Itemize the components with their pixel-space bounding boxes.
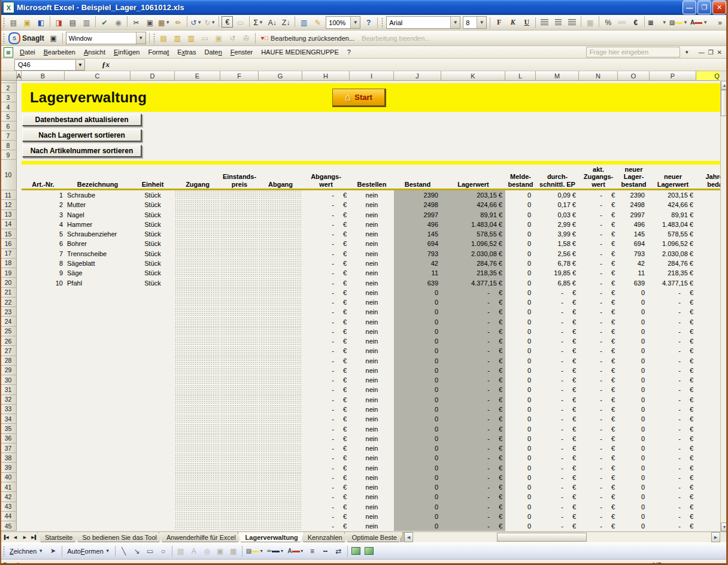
cell-D27[interactable] <box>131 346 175 356</box>
row-header-30[interactable]: 30 <box>0 375 17 385</box>
cell-M6[interactable] <box>536 121 579 131</box>
cell-L42[interactable]: 0 <box>505 492 536 502</box>
cell-B24[interactable] <box>22 317 65 326</box>
cell-F9[interactable] <box>220 150 259 160</box>
cell-B43[interactable] <box>22 502 65 512</box>
cell-J32[interactable]: 0 <box>394 395 441 405</box>
sort-descending-icon[interactable]: Z↓ <box>280 16 292 29</box>
workbook-close-icon[interactable]: ✕ <box>717 49 722 56</box>
cell-K36[interactable]: -€ <box>441 434 505 444</box>
cell-O8[interactable] <box>618 141 650 150</box>
cell-M15[interactable]: 3,99 € <box>536 229 579 239</box>
cell-L9[interactable] <box>505 150 536 160</box>
cell-Q28[interactable] <box>696 356 720 366</box>
cell-K8[interactable] <box>441 141 505 150</box>
cell-I41[interactable]: nein <box>350 482 394 492</box>
cell-K15[interactable]: 578,55 € <box>441 229 505 239</box>
cell-F35[interactable] <box>220 424 259 433</box>
cell-P5[interactable] <box>650 112 696 121</box>
sheet-tab-startseite[interactable]: Startseite <box>37 532 78 542</box>
cell-O26[interactable]: 0 <box>618 336 650 346</box>
cell-A23[interactable] <box>17 307 22 317</box>
cell-C25[interactable] <box>65 327 131 336</box>
cell-I30[interactable]: nein <box>350 375 394 385</box>
cell-J21[interactable]: 0 <box>394 288 441 297</box>
cell-H40[interactable]: -€ <box>302 473 350 482</box>
cell-Q37[interactable] <box>696 444 720 453</box>
vertical-scroll-thumb[interactable] <box>721 90 728 116</box>
row-header-9[interactable]: 9 <box>0 150 17 160</box>
cell-C29[interactable] <box>65 366 131 375</box>
cell-Q17[interactable] <box>696 249 720 259</box>
help-icon[interactable]: ? <box>362 16 375 29</box>
cell-O45[interactable]: 0 <box>618 521 650 531</box>
cell-L27[interactable]: 0 <box>505 346 536 356</box>
cell-D34[interactable] <box>131 414 175 424</box>
cell-P22[interactable]: -€ <box>650 297 696 307</box>
cell-O40[interactable]: 0 <box>618 473 650 482</box>
cell-E34[interactable] <box>175 414 220 424</box>
cell-F27[interactable] <box>220 346 259 356</box>
cell-K21[interactable]: -€ <box>441 288 505 297</box>
chevron-down-icon[interactable]: ▼ <box>703 20 708 26</box>
cell-E40[interactable] <box>175 473 220 482</box>
cell-C41[interactable] <box>65 482 131 492</box>
cell-J27[interactable]: 0 <box>394 346 441 356</box>
cell-K38[interactable]: -€ <box>441 453 505 463</box>
cell-E15[interactable] <box>175 229 220 239</box>
cell-N27[interactable]: -€ <box>579 346 618 356</box>
cell-B37[interactable] <box>22 444 65 453</box>
cell-L31[interactable]: 0 <box>505 385 536 394</box>
cell-E35[interactable] <box>175 424 220 433</box>
cell-G21[interactable] <box>259 288 302 297</box>
row-header-8[interactable]: 8 <box>0 141 17 150</box>
scroll-left-icon[interactable]: ◀ <box>404 532 413 542</box>
cell-E39[interactable] <box>175 463 220 472</box>
row-header-25[interactable]: 25 <box>0 327 17 336</box>
cell-E14[interactable] <box>175 220 220 229</box>
cell-I6[interactable] <box>350 121 394 131</box>
cell-Q5[interactable] <box>696 112 720 121</box>
horizontal-scroll-thumb[interactable] <box>497 533 587 542</box>
send-mail2-icon[interactable]: ▥ <box>185 32 198 44</box>
cell-N26[interactable]: -€ <box>579 336 618 346</box>
cell-B25[interactable] <box>22 327 65 336</box>
cell-M20[interactable]: 6,85 € <box>536 278 579 287</box>
cell-J45[interactable]: 0 <box>394 521 441 531</box>
cell-M35[interactable]: -€ <box>536 424 579 433</box>
insert-function-icon[interactable]: ƒx <box>102 60 110 69</box>
cell-P41[interactable]: -€ <box>650 482 696 492</box>
cell-B36[interactable] <box>22 434 65 444</box>
toolbar-grip[interactable] <box>3 17 5 28</box>
cell-P7[interactable] <box>650 131 696 141</box>
column-header-I[interactable]: I <box>350 71 394 81</box>
cell-B27[interactable] <box>22 346 65 356</box>
cell-O5[interactable] <box>618 112 650 121</box>
cell-Q36[interactable] <box>696 434 720 444</box>
cell-N34[interactable]: -€ <box>579 414 618 424</box>
cell-M38[interactable]: -€ <box>536 453 579 463</box>
cell-C42[interactable] <box>65 492 131 502</box>
workbook-minimize-icon[interactable]: — <box>699 49 705 56</box>
cell-B13[interactable]: 3 <box>22 210 65 220</box>
cell-B16[interactable]: 6 <box>22 239 65 248</box>
cell-I35[interactable]: nein <box>350 424 394 433</box>
cell-L8[interactable] <box>505 141 536 150</box>
send-back-edit-button[interactable]: ♥⃓ Bearbeitung zurücksenden... <box>257 32 358 44</box>
chevron-down-icon[interactable]: ▼ <box>165 20 170 25</box>
cell-F36[interactable] <box>220 434 259 444</box>
cell-N36[interactable]: -€ <box>579 434 618 444</box>
cell-D24[interactable] <box>131 317 175 326</box>
merge-center-icon[interactable]: ▦ <box>584 16 596 29</box>
cell-I7[interactable] <box>350 131 394 141</box>
column-header-H[interactable]: H <box>302 71 350 81</box>
cell-P23[interactable]: -€ <box>650 307 696 317</box>
cell-M14[interactable]: 2,99 € <box>536 220 579 229</box>
cell-A16[interactable] <box>17 239 22 248</box>
cell-K32[interactable]: -€ <box>441 395 505 405</box>
cell-A45[interactable] <box>17 521 22 531</box>
cell-O16[interactable]: 694 <box>618 239 650 248</box>
text-box-icon[interactable]: ▤ <box>175 545 187 557</box>
cell-G13[interactable] <box>259 210 302 220</box>
cell-N6[interactable] <box>579 121 618 131</box>
